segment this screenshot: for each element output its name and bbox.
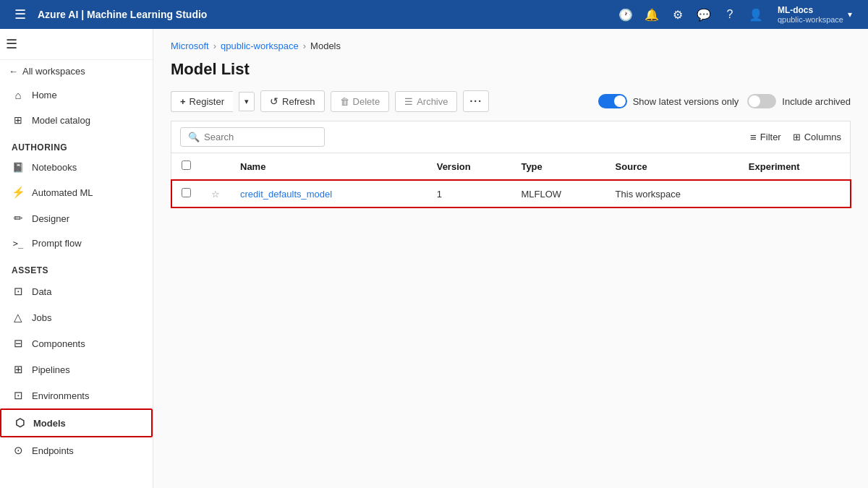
sidebar-item-model-catalog[interactable]: ⊞ Model catalog bbox=[0, 108, 153, 132]
columns-button[interactable]: ⊞ Columns bbox=[793, 132, 841, 142]
sidebar-item-notebooks[interactable]: 📓 Notebooks bbox=[0, 155, 153, 179]
include-archived-toggle[interactable] bbox=[747, 94, 776, 108]
filter-button[interactable]: ≡ Filter bbox=[750, 131, 781, 143]
components-icon: ⊟ bbox=[12, 337, 25, 350]
history-icon[interactable]: 🕐 bbox=[614, 3, 637, 26]
user-chevron-down-icon: ▾ bbox=[848, 9, 852, 20]
sidebar-top: ☰ bbox=[0, 29, 153, 60]
delete-label: Delete bbox=[353, 96, 380, 107]
data-icon: ⊡ bbox=[12, 285, 25, 298]
delete-button[interactable]: 🗑 Delete bbox=[331, 91, 390, 112]
sidebar-label-models: Models bbox=[33, 418, 66, 429]
col-source[interactable]: Source bbox=[605, 153, 739, 181]
sidebar-label-endpoints: Endpoints bbox=[32, 445, 74, 456]
sidebar-item-models[interactable]: ⬡ Models bbox=[0, 408, 153, 437]
table-header-row: Name Version Type Source Experiment bbox=[171, 153, 851, 181]
topbar: ☰ Azure AI | Machine Learning Studio 🕐 🔔… bbox=[0, 0, 868, 29]
include-archived-label: Include archived bbox=[782, 96, 851, 107]
back-to-workspaces[interactable]: ← All workspaces bbox=[0, 60, 153, 82]
col-empty bbox=[405, 153, 427, 181]
show-latest-toggle[interactable] bbox=[598, 94, 627, 108]
sidebar-item-endpoints[interactable]: ⊙ Endpoints bbox=[0, 437, 153, 463]
feedback-icon[interactable]: 💬 bbox=[692, 3, 715, 26]
row-name-cell: credit_defaults_model bbox=[230, 180, 405, 207]
table-header: Name Version Type Source Experiment bbox=[171, 153, 851, 181]
automl-icon: ⚡ bbox=[12, 186, 25, 199]
bell-icon[interactable]: 🔔 bbox=[640, 3, 663, 26]
breadcrumb-sep-2: › bbox=[303, 40, 306, 51]
breadcrumb-microsoft[interactable]: Microsoft bbox=[171, 40, 209, 51]
table-actions: ≡ Filter ⊞ Columns bbox=[750, 131, 841, 143]
sidebar-item-data[interactable]: ⊡ Data bbox=[0, 278, 153, 304]
breadcrumb-sep-1: › bbox=[213, 40, 216, 51]
register-button[interactable]: + Register bbox=[171, 91, 233, 112]
search-icon: 🔍 bbox=[188, 132, 200, 142]
filter-icon: ≡ bbox=[750, 131, 757, 143]
sidebar-nav: Home ⊞ Model catalog Authoring 📓 Noteboo… bbox=[0, 82, 153, 488]
sidebar: ☰ ← All workspaces Home ⊞ Model catalog … bbox=[0, 29, 153, 488]
authoring-section-label: Authoring bbox=[0, 132, 153, 155]
sidebar-item-environments[interactable]: ⊡ Environments bbox=[0, 382, 153, 408]
row-star-cell: ☆ bbox=[201, 180, 230, 207]
sidebar-label-data: Data bbox=[32, 286, 51, 297]
sidebar-label-notebooks: Notebooks bbox=[32, 162, 77, 173]
archive-label: Archive bbox=[417, 96, 448, 107]
more-options-button[interactable]: ··· bbox=[463, 90, 489, 112]
col-experiment[interactable]: Experiment bbox=[739, 153, 851, 181]
sidebar-item-components[interactable]: ⊟ Components bbox=[0, 330, 153, 356]
sidebar-label-pipelines: Pipelines bbox=[32, 364, 70, 375]
sidebar-item-designer[interactable]: ✏ Designer bbox=[0, 205, 153, 231]
row-type-cell: MLFLOW bbox=[511, 180, 605, 207]
sidebar-item-prompt-flow[interactable]: >_ Prompt flow bbox=[0, 231, 153, 255]
user-icon[interactable]: 👤 bbox=[744, 3, 767, 26]
sidebar-item-pipelines[interactable]: ⊞ Pipelines bbox=[0, 356, 153, 382]
search-input[interactable] bbox=[204, 132, 312, 142]
user-name: ML-docs qpublic-workspace bbox=[778, 5, 843, 24]
select-all-checkbox[interactable] bbox=[182, 160, 191, 170]
col-type[interactable]: Type bbox=[511, 153, 605, 181]
search-box: 🔍 bbox=[180, 127, 325, 147]
sidebar-item-jobs[interactable]: △ Jobs bbox=[0, 304, 153, 330]
sidebar-label-automated-ml: Automated ML bbox=[32, 187, 93, 198]
include-archived-toggle-group: Include archived bbox=[747, 94, 851, 108]
model-name-link[interactable]: credit_defaults_model bbox=[240, 189, 332, 200]
sidebar-item-home[interactable]: Home bbox=[0, 82, 153, 108]
star-icon[interactable]: ☆ bbox=[211, 189, 220, 200]
col-name[interactable]: Name bbox=[230, 153, 405, 181]
assets-section-label: Assets bbox=[0, 255, 153, 278]
back-label: All workspaces bbox=[22, 66, 85, 77]
register-plus-icon: + bbox=[180, 96, 186, 107]
sidebar-item-automated-ml[interactable]: ⚡ Automated ML bbox=[0, 179, 153, 205]
sidebar-label-prompt-flow: Prompt flow bbox=[32, 238, 82, 249]
col-checkbox bbox=[171, 153, 202, 181]
register-dropdown-button[interactable]: ▾ bbox=[239, 92, 255, 111]
environments-icon: ⊡ bbox=[12, 389, 25, 402]
table-body: ☆ credit_defaults_model 1 MLFLOW This wo… bbox=[171, 180, 851, 207]
table-toolbar: 🔍 ≡ Filter ⊞ Columns bbox=[171, 121, 851, 153]
content-area: Microsoft › qpublic-workspace › Models M… bbox=[153, 29, 868, 488]
table-row[interactable]: ☆ credit_defaults_model 1 MLFLOW This wo… bbox=[171, 180, 851, 207]
sidebar-label-home: Home bbox=[32, 90, 57, 100]
pipelines-icon: ⊞ bbox=[12, 363, 25, 376]
question-icon[interactable]: ? bbox=[718, 3, 741, 26]
refresh-button[interactable]: ↺ Refresh bbox=[260, 90, 325, 112]
show-latest-toggle-group: Show latest versions only bbox=[598, 94, 739, 108]
row-checkbox[interactable] bbox=[182, 188, 191, 197]
archive-button[interactable]: ☰ Archive bbox=[395, 91, 457, 112]
topbar-icons: 🕐 🔔 ⚙ 💬 ? 👤 ML-docs qpublic-workspace ▾ bbox=[614, 0, 859, 29]
toolbar-right: Show latest versions only Include archiv… bbox=[598, 94, 851, 108]
hamburger-menu-icon[interactable]: ☰ bbox=[9, 3, 32, 26]
home-icon bbox=[12, 89, 25, 101]
col-version[interactable]: Version bbox=[427, 153, 511, 181]
gear-icon[interactable]: ⚙ bbox=[666, 3, 689, 26]
designer-icon: ✏ bbox=[12, 212, 25, 225]
arrow-left-icon: ← bbox=[9, 66, 18, 77]
sidebar-hamburger-icon[interactable]: ☰ bbox=[6, 36, 17, 52]
user-menu[interactable]: ML-docs qpublic-workspace ▾ bbox=[770, 0, 859, 29]
sidebar-label-components: Components bbox=[32, 338, 85, 349]
delete-icon: 🗑 bbox=[340, 96, 349, 107]
more-icon: ··· bbox=[469, 95, 482, 107]
breadcrumb-workspace[interactable]: qpublic-workspace bbox=[221, 40, 299, 51]
refresh-label: Refresh bbox=[282, 96, 315, 107]
refresh-icon: ↺ bbox=[270, 95, 278, 107]
